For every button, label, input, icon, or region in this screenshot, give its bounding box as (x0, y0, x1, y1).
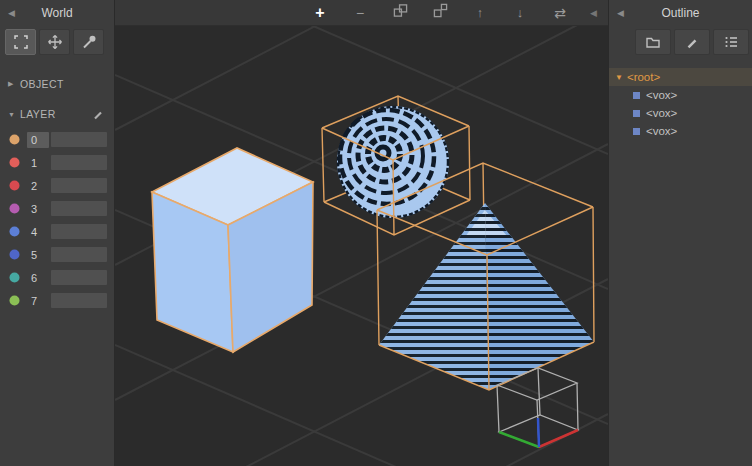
axis-z-line (538, 418, 539, 447)
viewport-canvas[interactable] (115, 0, 608, 466)
collapse-left-panel-icon[interactable]: ◀ (5, 0, 18, 26)
world-toolbar (0, 26, 114, 60)
layer-row-1[interactable]: 1 (0, 151, 114, 174)
app-window: ◀ World (0, 0, 752, 466)
group-button[interactable] (390, 0, 410, 26)
root-expand-triangle-icon: ▼ (615, 73, 623, 82)
outline-tree: ▼ <root> <vox> <vox> <vox> (609, 68, 752, 140)
axis-gizmo[interactable] (497, 368, 578, 447)
layer-name-field[interactable] (51, 247, 107, 262)
move-tool-button[interactable] (39, 29, 70, 55)
layer-color-dot (9, 295, 20, 306)
cube-object[interactable] (152, 148, 313, 352)
list-view-button[interactable] (713, 29, 749, 55)
axis-y-line (499, 432, 539, 447)
viewport-3d[interactable]: + − ↑ ↓ ⇄ ◀ (115, 0, 608, 466)
layer-number: 4 (27, 224, 49, 240)
layer-name-field[interactable] (51, 293, 107, 308)
layer-list: 0 1 2 3 4 (0, 128, 114, 312)
pick-tool-button[interactable] (73, 29, 104, 55)
layer-number: 2 (27, 178, 49, 194)
list-icon (723, 34, 739, 50)
layer-row-7[interactable]: 7 (0, 289, 114, 312)
tree-item-vox-2[interactable]: <vox> (609, 122, 752, 140)
vox-node-label: <vox> (646, 107, 677, 119)
layer-color-dot (9, 272, 20, 283)
layer-section-label: LAYER (20, 108, 56, 120)
pyramid-object[interactable] (379, 203, 594, 390)
layer-color-dot (9, 134, 20, 145)
select-frame-tool-button[interactable] (5, 29, 36, 55)
object-collapse-triangle-icon: ▶ (8, 80, 20, 88)
layer-name-field[interactable] (51, 224, 107, 239)
outline-panel-header: ◀ Outline (609, 0, 752, 26)
layer-row-4[interactable]: 4 (0, 220, 114, 243)
tree-item-vox-0[interactable]: <vox> (609, 86, 752, 104)
layer-name-field[interactable] (51, 178, 107, 193)
axis-x-line (539, 430, 578, 447)
layer-color-dot (9, 180, 20, 191)
vox-bullet-icon (633, 110, 640, 117)
rename-button[interactable] (674, 29, 710, 55)
layer-row-2[interactable]: 2 (0, 174, 114, 197)
vox-node-label: <vox> (646, 89, 677, 101)
layer-row-5[interactable]: 5 (0, 243, 114, 266)
layer-color-dot (9, 249, 20, 260)
tree-item-vox-1[interactable]: <vox> (609, 104, 752, 122)
layer-collapse-triangle-icon: ▼ (8, 111, 20, 118)
layer-section-header[interactable]: ▼ LAYER (0, 104, 114, 124)
move-up-button[interactable]: ↑ (470, 0, 490, 26)
eyedropper-icon (81, 34, 97, 50)
subtract-button[interactable]: − (350, 0, 370, 26)
object-section-header[interactable]: ▶ OBJECT (0, 74, 114, 94)
ungroup-button[interactable] (430, 0, 450, 26)
layer-name-field[interactable] (51, 270, 107, 285)
outline-panel: ◀ Outline (608, 0, 752, 466)
select-frame-icon (13, 34, 29, 50)
layer-number: 1 (27, 155, 49, 171)
group-icon (393, 3, 408, 18)
vox-bullet-icon (633, 128, 640, 135)
layer-number: 7 (27, 293, 49, 309)
layer-name-field[interactable] (51, 155, 107, 170)
world-panel: ◀ World (0, 0, 115, 466)
world-panel-header: ◀ World (0, 0, 114, 26)
layer-edit-pencil-icon[interactable] (92, 108, 104, 120)
object-section-label: OBJECT (20, 78, 64, 90)
vox-node-label: <vox> (646, 125, 677, 137)
outline-toolbar (609, 26, 752, 60)
viewport-toolbar: + − ↑ ↓ ⇄ (115, 0, 608, 26)
layer-number: 0 (27, 132, 49, 148)
tree-root-row[interactable]: ▼ <root> (609, 68, 752, 86)
ungroup-icon (433, 3, 448, 18)
pen-icon (685, 35, 699, 49)
layer-row-6[interactable]: 6 (0, 266, 114, 289)
layer-number: 5 (27, 247, 49, 263)
root-node-label: <root> (627, 71, 660, 83)
layer-number: 6 (27, 270, 49, 286)
collapse-right-panel-icon[interactable]: ◀ (587, 0, 600, 26)
layer-name-field[interactable] (51, 201, 107, 216)
layer-color-dot (9, 203, 20, 214)
outline-panel-title: Outline (609, 6, 752, 20)
add-button[interactable]: + (310, 0, 330, 26)
folder-icon (645, 34, 661, 50)
layer-row-0[interactable]: 0 (0, 128, 114, 151)
layer-color-dot (9, 157, 20, 168)
new-folder-button[interactable] (635, 29, 671, 55)
layer-number: 3 (27, 201, 49, 217)
collapse-outline-panel-icon[interactable]: ◀ (614, 0, 627, 26)
layer-color-dot (9, 226, 20, 237)
move-down-button[interactable]: ↓ (510, 0, 530, 26)
layer-name-field[interactable] (51, 132, 107, 147)
vox-bullet-icon (633, 92, 640, 99)
swap-button[interactable]: ⇄ (550, 0, 570, 26)
layer-row-3[interactable]: 3 (0, 197, 114, 220)
move-icon (47, 34, 63, 50)
